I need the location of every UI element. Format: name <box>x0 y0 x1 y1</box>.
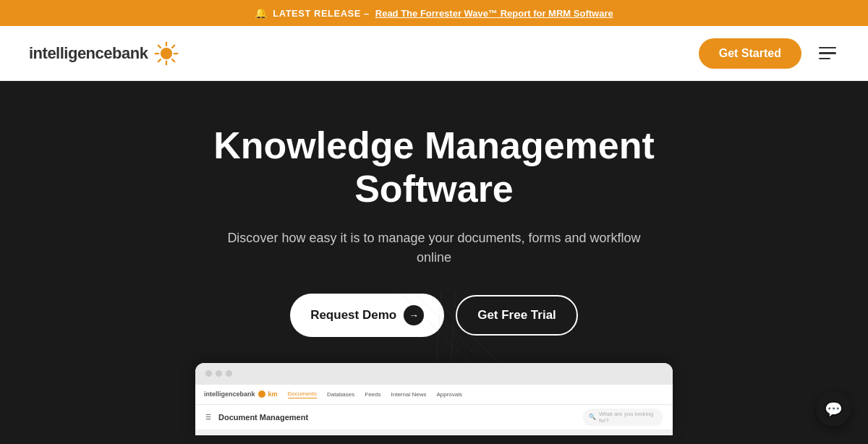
logo[interactable]: intelligencebank <box>29 40 179 67</box>
app-navbar: intelligencebank km Documents Databases … <box>195 385 673 405</box>
app-content-row: ☰ Document Management 🔍 What are you loo… <box>195 405 673 430</box>
app-logo-small: intelligencebank km <box>204 390 278 398</box>
dot-red <box>205 370 212 377</box>
hero-section: Knowledge Management Software Discover h… <box>0 81 868 444</box>
app-nav-documents[interactable]: Documents <box>288 390 317 398</box>
app-search-placeholder: What are you looking for? <box>599 411 657 424</box>
app-nav-feeds[interactable]: Feeds <box>365 391 380 398</box>
dot-green <box>226 370 232 377</box>
app-search-bar[interactable]: 🔍 What are you looking for? <box>583 409 663 426</box>
svg-line-6 <box>173 59 175 61</box>
dot-yellow <box>216 370 222 377</box>
top-banner: 🔔 LATEST RELEASE – Read The Forrester Wa… <box>0 0 868 26</box>
app-logo-dot <box>258 390 265 398</box>
app-section-title: Document Management <box>218 413 308 422</box>
app-nav-internal-news[interactable]: Internal News <box>391 391 427 398</box>
svg-line-8 <box>158 59 161 61</box>
banner-link[interactable]: Read The Forrester Wave™ Report for MRM … <box>375 8 613 19</box>
header-right: Get Started <box>699 38 839 69</box>
hero-subtitle: Discover how easy it is to manage your d… <box>217 229 651 268</box>
chat-icon: 💬 <box>825 401 843 418</box>
app-preview-window: intelligencebank km Documents Databases … <box>195 363 673 435</box>
app-nav-approvals[interactable]: Approvals <box>436 391 462 398</box>
svg-line-7 <box>173 45 175 47</box>
header: intelligencebank Get Started <box>0 26 868 81</box>
bell-icon: 🔔 <box>255 7 267 19</box>
app-search-icon: 🔍 <box>589 414 596 420</box>
app-sidebar-icon: ☰ <box>205 414 211 421</box>
svg-point-0 <box>161 47 172 59</box>
app-titlebar <box>195 363 673 385</box>
window-dots <box>205 370 232 377</box>
svg-line-5 <box>158 45 161 47</box>
app-logo-badge: km <box>268 390 278 398</box>
banner-label: LATEST RELEASE – <box>273 8 369 19</box>
sun-icon <box>153 40 179 67</box>
hero-title: Knowledge Management Software <box>181 124 687 211</box>
app-nav-databases[interactable]: Databases <box>327 391 354 398</box>
app-logo-text: intelligencebank <box>204 390 255 398</box>
hamburger-menu-icon[interactable] <box>816 44 839 63</box>
chat-widget[interactable]: 💬 <box>816 392 851 427</box>
logo-text: intelligencebank <box>29 44 148 63</box>
get-started-button[interactable]: Get Started <box>699 38 801 69</box>
